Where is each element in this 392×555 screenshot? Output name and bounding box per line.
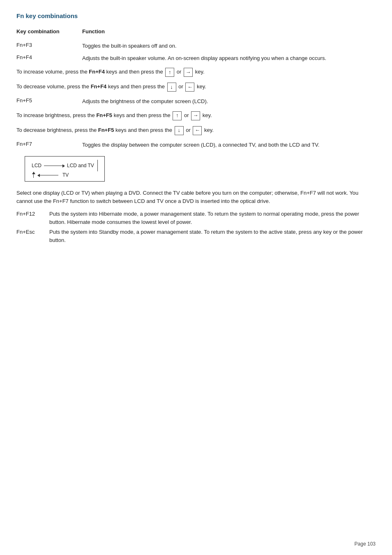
fn-esc-desc: Puts the system into Standby mode, a pow… — [49, 228, 376, 244]
fn-f7-desc: Toggles the display between the computer… — [82, 141, 376, 149]
or-text-4: or — [186, 127, 192, 133]
page-title: Fn key combinations — [16, 12, 376, 19]
fn-f4-key: Fn+F4 — [16, 54, 82, 62]
lcd-bottom-row: TV — [33, 172, 98, 178]
volume-increase-suffix: keys and then press the — [105, 69, 164, 75]
fn-f4-desc: Adjusts the built-in speaker volume. An … — [82, 54, 376, 62]
arrow-right-icon — [44, 166, 65, 166]
volume-decrease-line: To decrease volume, press the Fn+F4 keys… — [16, 83, 376, 92]
table-header: Key combination Function — [16, 28, 376, 35]
volume-increase-line: To increase volume, press the Fn+F4 keys… — [16, 68, 376, 77]
brightness-decrease-keys: Fn+F5 — [98, 127, 114, 133]
vertical-line-right — [97, 160, 98, 171]
up-arrow-icon-2: ↑ — [173, 111, 182, 120]
volume-increase-keys: Fn+F4 — [89, 69, 105, 75]
page-number: Page 103 — [355, 541, 376, 547]
up-arrow-icon: ↑ — [165, 68, 174, 77]
key-text-1: key. — [195, 69, 205, 75]
fn-f5-key: Fn+F5 — [16, 97, 82, 106]
col-header-function: Function — [82, 28, 105, 35]
fn-f7-key: Fn+F7 — [16, 141, 82, 149]
col-header-key: Key combination — [16, 28, 82, 35]
up-tick-icon — [32, 172, 35, 174]
fn-f3-key: Fn+F3 — [16, 42, 82, 50]
brightness-decrease-text: To decrease brightness, press the — [16, 127, 98, 133]
select-note: Select one display (LCD or TV) when play… — [16, 189, 376, 205]
lcd-tv-diagram: LCD LCD and TV TV — [16, 153, 376, 185]
lcd-diagram-box: LCD LCD and TV TV — [25, 156, 105, 182]
right-arrow-icon-2: → — [191, 111, 200, 120]
volume-decrease-suffix: keys and then press the — [106, 83, 166, 90]
left-arrow-icon-1: ← — [185, 83, 194, 92]
brightness-decrease-line: To decrease brightness, press the Fn+F5 … — [16, 126, 376, 135]
key-text-2: key. — [197, 83, 206, 90]
lcd-label: LCD — [32, 163, 42, 168]
fn-esc-row: Fn+Esc Puts the system into Standby mode… — [16, 228, 376, 244]
fn-esc-key: Fn+Esc — [16, 228, 49, 244]
or-text-1: or — [177, 69, 183, 75]
fn-f12-desc: Puts the system into Hibernate mode, a p… — [49, 210, 376, 226]
fn-f12-key: Fn+F12 — [16, 210, 49, 226]
left-arrow-icon-2: ← — [193, 126, 202, 135]
fn-f5-row: Fn+F5 Adjusts the brightness of the comp… — [16, 97, 376, 106]
brightness-increase-suffix: keys and then press the — [112, 112, 172, 118]
brightness-increase-line: To increase brightness, press the Fn+F5 … — [16, 111, 376, 120]
fn-f5-desc: Adjusts the brightness of the computer s… — [82, 97, 376, 106]
volume-decrease-keys: Fn+F4 — [91, 83, 107, 90]
volume-increase-text: To increase volume, press the — [16, 69, 89, 75]
lcd-top-row: LCD LCD and TV — [32, 160, 98, 171]
or-text-3: or — [184, 112, 190, 118]
brightness-decrease-suffix: keys and then press the — [114, 127, 173, 133]
fn-f12-esc-block: Fn+F12 Puts the system into Hibernate mo… — [16, 210, 376, 245]
down-arrow-icon-2: ↓ — [175, 126, 184, 135]
key-text-3: key. — [203, 112, 212, 118]
or-text-2: or — [178, 83, 184, 90]
brightness-increase-keys: Fn+F5 — [96, 112, 112, 118]
tv-label: TV — [62, 172, 69, 178]
fn-f4-row: Fn+F4 Adjusts the built-in speaker volum… — [16, 54, 376, 62]
arrow-left-icon — [38, 175, 58, 175]
lcd-and-tv-label: LCD and TV — [67, 163, 94, 168]
brightness-increase-text: To increase brightness, press the — [16, 112, 96, 118]
fn-f12-row: Fn+F12 Puts the system into Hibernate mo… — [16, 210, 376, 226]
key-text-4: key. — [204, 127, 214, 133]
fn-f3-row: Fn+F3 Toggles the built-in speakers off … — [16, 42, 376, 50]
down-arrow-icon-1: ↓ — [167, 83, 176, 92]
fn-f3-desc: Toggles the built-in speakers off and on… — [82, 42, 376, 50]
volume-decrease-text: To decrease volume, press the — [16, 83, 91, 90]
right-arrow-icon: → — [184, 68, 193, 77]
fn-f7-row: Fn+F7 Toggles the display between the co… — [16, 141, 376, 149]
